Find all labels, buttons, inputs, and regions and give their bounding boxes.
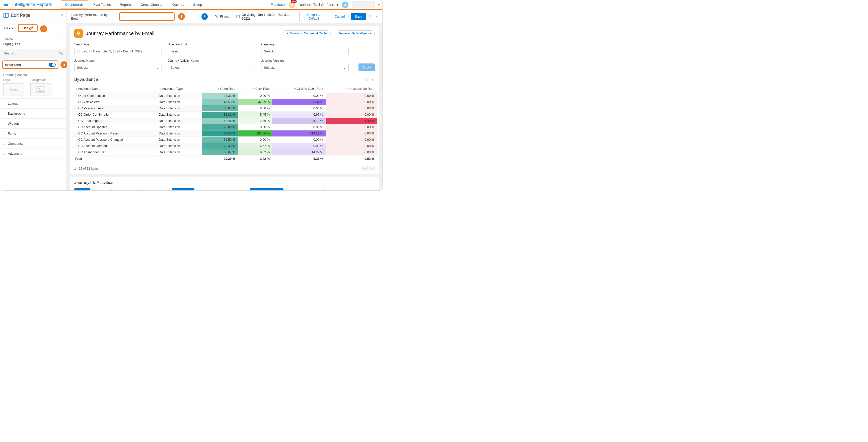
table-row[interactable]: CC PasswordlessData Extension66.67 %0.00…: [72, 105, 377, 112]
side-item-fonts[interactable]: ⇵Fonts: [0, 129, 66, 139]
side-item-advanced[interactable]: ⇵Advanced: [0, 149, 66, 159]
col-header[interactable]: ⊞Audience Type: [156, 85, 202, 93]
version-select[interactable]: Select..⌄: [261, 64, 349, 71]
pill-unsubscribe-rate[interactable]: Unsubscribe Rate: [326, 188, 359, 190]
nav-tab-cross-channel[interactable]: Cross-Channel: [136, 0, 168, 9]
side-item-comparison[interactable]: ⇵Comparison: [0, 139, 66, 149]
table-row[interactable]: CC Order ConfirmationData Extension81.82…: [72, 112, 377, 118]
campaign-select[interactable]: Select..⌄: [261, 48, 349, 55]
date-range[interactable]: On Going (Jan 1, 2019 - Dec 31, 2022): [236, 13, 296, 20]
activity-select[interactable]: Select..⌄: [168, 64, 255, 71]
side-item-widgets[interactable]: ⇵Widgets: [0, 119, 66, 129]
by-audience-title: By Audience ▽⋮: [70, 75, 379, 85]
org-switcher[interactable]: Northern Trail Outfitters▾: [299, 3, 339, 7]
cancel-button[interactable]: Cancel: [331, 13, 348, 20]
pill-bounces[interactable]: Bounces: [93, 188, 112, 190]
pager-text: 1 - 12 of 12 items: [74, 167, 99, 170]
pill-unique-unsubscribes[interactable]: Unique Unsubscribes: [286, 188, 323, 190]
user-dropdown[interactable]: [352, 1, 375, 8]
table-pager: 1 - 12 of 12 items ↔ →: [70, 163, 379, 173]
add-button[interactable]: +: [202, 13, 208, 20]
col-header[interactable]: ⊞Audience Name ↓: [72, 85, 156, 93]
journeys-activities-card: Journeys & Activities SendsBouncesBounce…: [70, 177, 379, 190]
pill-click-to-open-rate[interactable]: Click to Open Rate: [250, 188, 283, 190]
image-icon: [36, 86, 45, 93]
expand-icon: ⇵: [3, 152, 6, 156]
header-card: Journey Performance by Email ✦Monitor in…: [70, 26, 379, 173]
filter-icon[interactable]: ▽: [365, 77, 369, 82]
table-row[interactable]: CC Account Password ResetData Extension8…: [72, 130, 377, 137]
callout-2: 2: [40, 25, 47, 32]
pill-unique-opens[interactable]: Unique Opens: [142, 188, 169, 190]
journey-name-label: Journey Name: [74, 59, 162, 62]
kebab-icon[interactable]: ⋮: [61, 37, 63, 40]
chevron-down-icon: ⌄: [250, 50, 252, 53]
toolbar: Journey Performance by Email 1 + Filters…: [67, 10, 382, 23]
nav-tab-dashboards[interactable]: Dashboards: [61, 0, 88, 9]
subtab-design[interactable]: Design: [18, 24, 37, 32]
brand-title: Intelligence Reports: [12, 2, 52, 7]
col-header[interactable]: #Click Rate: [238, 85, 272, 93]
callout-3: 3: [60, 61, 67, 68]
theme-selector[interactable]: Light (Tiles)⌄: [0, 41, 66, 49]
journey-name-select[interactable]: Select..⌄: [74, 64, 162, 71]
save-button[interactable]: Save: [351, 13, 366, 20]
close-icon[interactable]: ✕: [60, 13, 63, 17]
revert-button[interactable]: Revert to Default: [299, 11, 329, 22]
subtab-filters[interactable]: Filters: [3, 25, 16, 33]
svg-point-0: [344, 3, 346, 4]
table-row[interactable]: CC Account CreatedData Extension73.33 %6…: [72, 143, 377, 149]
side-item-background[interactable]: ⇵Background: [0, 108, 66, 119]
logo-placeholder[interactable]: Logo: [3, 83, 24, 96]
col-header[interactable]: #Click to Open Rate: [272, 85, 326, 93]
sidebar-search: 🔍: [0, 49, 66, 59]
kebab-icon[interactable]: ⋮: [371, 77, 375, 82]
callout-1: 1: [178, 13, 185, 20]
edit-sidebar: Edit Page ✕ Filters Design 2 THEME⋮ Ligh…: [0, 10, 67, 190]
next-page-button[interactable]: →: [369, 166, 375, 171]
einstein-icon[interactable]: 99+: [289, 1, 295, 8]
search-input[interactable]: [3, 50, 64, 57]
powered-by-chip[interactable]: Powered By Intelligence: [336, 30, 375, 36]
pill-open-rate[interactable]: Open Rate: [172, 188, 194, 190]
expand-button[interactable]: ↔: [362, 166, 368, 171]
side-item-layout[interactable]: ⇵Layout: [0, 99, 66, 108]
bu-label: Business Unit: [168, 43, 255, 46]
avatar[interactable]: [342, 1, 348, 8]
nav-tab-pivot-tables[interactable]: Pivot Tables: [88, 0, 115, 9]
table-row[interactable]: Order ConfirmationData Extension33.33 %0…: [72, 93, 377, 99]
chevron-down-icon: ▾: [337, 3, 338, 7]
instabrand-row[interactable]: InstaBrand: [2, 60, 58, 69]
table-row[interactable]: CC Account UpdatedData Extension75.00 %0…: [72, 124, 377, 130]
background-placeholder[interactable]: [30, 83, 52, 96]
feedback-link[interactable]: Feedback: [271, 3, 285, 6]
campaign-label: Campaign: [261, 43, 349, 46]
pill-bounce-rate[interactable]: Bounce Rate: [114, 188, 140, 190]
nav-tab-queries[interactable]: Queries: [168, 0, 189, 9]
send-date-select[interactable]: Last 30 Days (Dec 2, 2022 - Dec 31, 2022…: [74, 48, 162, 55]
pill-click-rate[interactable]: Click Rate: [226, 188, 247, 190]
instabrand-toggle[interactable]: [49, 63, 56, 67]
bu-select[interactable]: Select..⌄: [168, 48, 255, 55]
table-row[interactable]: CC Abandoned CartData Extension66.67 %9.…: [72, 149, 377, 156]
branding-assets: Branding Assets Logo Logo Background: [0, 70, 66, 99]
table-row[interactable]: ECS NewsletterData Extension47.59 %42.29…: [72, 99, 377, 105]
kebab-icon[interactable]: ⋮: [374, 14, 378, 19]
table-row[interactable]: CC Email SignupData Extension42.46 %2.46…: [72, 118, 377, 124]
nav-tab-reports[interactable]: Reports: [115, 0, 136, 9]
monitor-button[interactable]: ✦Monitor in Command Center: [283, 30, 331, 36]
col-header[interactable]: #Unsubscribe Rate: [326, 85, 377, 93]
chevron-down-icon: ⌄: [343, 50, 346, 53]
table-row[interactable]: CC Account Password ChangedData Extensio…: [72, 137, 377, 143]
location-pin-icon: [74, 29, 83, 38]
filters-button[interactable]: Filters: [215, 14, 229, 18]
nav-tab-setup[interactable]: Setup: [189, 0, 207, 9]
apply-button[interactable]: Apply: [359, 63, 375, 71]
preview-icon[interactable]: 👁: [369, 14, 372, 18]
toolbar-title: Journey Performance by Email: [71, 13, 115, 20]
toolbar-input-highlight[interactable]: [119, 12, 175, 21]
col-header[interactable]: #Open Rate: [202, 85, 238, 93]
pill-sends[interactable]: Sends: [74, 188, 90, 190]
expand-icon: ⇵: [3, 132, 6, 135]
pill-unique-clicks[interactable]: Unique Clicks: [197, 188, 223, 190]
